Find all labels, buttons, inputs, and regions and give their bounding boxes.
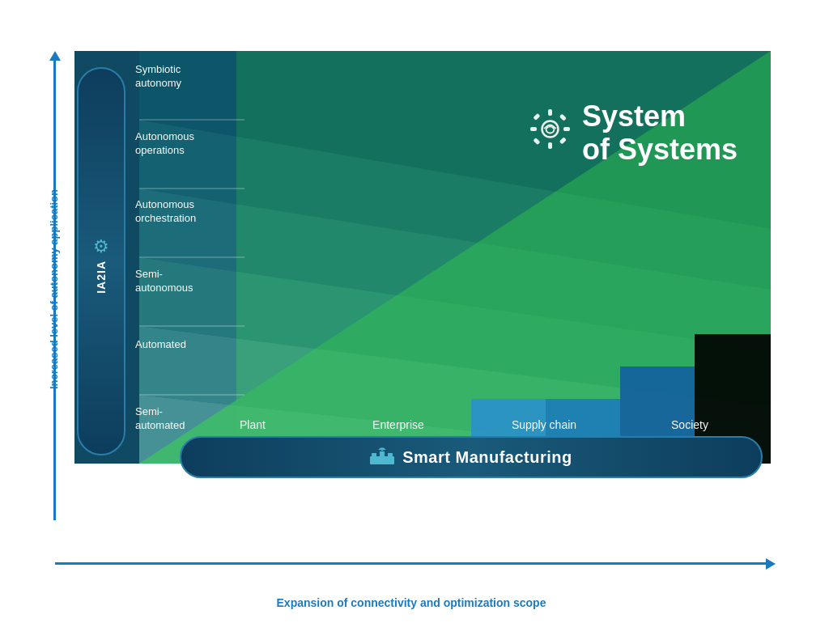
sos-gear-icon [528, 107, 572, 159]
bottom-label-supply-chain: Supply chain [471, 418, 617, 431]
svg-rect-23 [530, 127, 537, 131]
ia2ia-label: IA2IA [95, 261, 108, 294]
svg-rect-24 [563, 127, 570, 131]
bottom-label-plant: Plant [180, 418, 325, 431]
row-labels: Symbioticautonomy Autonomousoperations A… [135, 51, 224, 464]
sos-text: Systemof Systems [582, 100, 738, 167]
svg-rect-28 [559, 138, 567, 145]
bottom-label-enterprise: Enterprise [325, 418, 471, 431]
diagram-container: Increased level of autonomy application … [42, 27, 787, 617]
svg-rect-32 [388, 453, 393, 456]
bottom-label-society: Society [617, 418, 763, 431]
ia2ia-icon: ⚙ [93, 236, 109, 257]
row-label-semi-auto: Semi-autonomous [135, 268, 220, 295]
y-axis-label: Increased level of autonomy application [42, 67, 66, 512]
svg-rect-27 [533, 138, 540, 145]
svg-rect-29 [370, 456, 394, 464]
svg-rect-30 [372, 453, 376, 456]
svg-point-33 [381, 449, 383, 451]
bottom-labels: Plant Enterprise Supply chain Society [180, 418, 763, 431]
row-label-auto-ops: Autonomousoperations [135, 130, 220, 158]
svg-point-19 [542, 121, 559, 138]
smart-manufacturing-pill: Smart Manufacturing [180, 436, 763, 478]
row-label-auto-orch: Autonomousorchestration [135, 198, 220, 226]
row-label-automated: Automated [135, 338, 220, 352]
x-axis-label: Expansion of connectivity and optimizati… [55, 596, 767, 609]
x-axis-arrow [55, 562, 767, 565]
smart-manufacturing-label: Smart Manufacturing [402, 448, 572, 467]
svg-rect-22 [548, 142, 552, 149]
ia2ia-pill: ⚙ IA2IA [77, 67, 125, 455]
sos-container: Systemof Systems [528, 100, 755, 167]
svg-rect-25 [533, 113, 540, 121]
chart-area: ⚙ IA2IA Symbioticautonomy Autonomousoper… [74, 51, 771, 536]
smart-manufacturing-icon [370, 447, 394, 468]
svg-rect-31 [380, 451, 385, 456]
svg-rect-26 [559, 114, 567, 121]
svg-rect-21 [548, 109, 552, 116]
row-label-symbiotic: Symbioticautonomy [135, 63, 220, 91]
